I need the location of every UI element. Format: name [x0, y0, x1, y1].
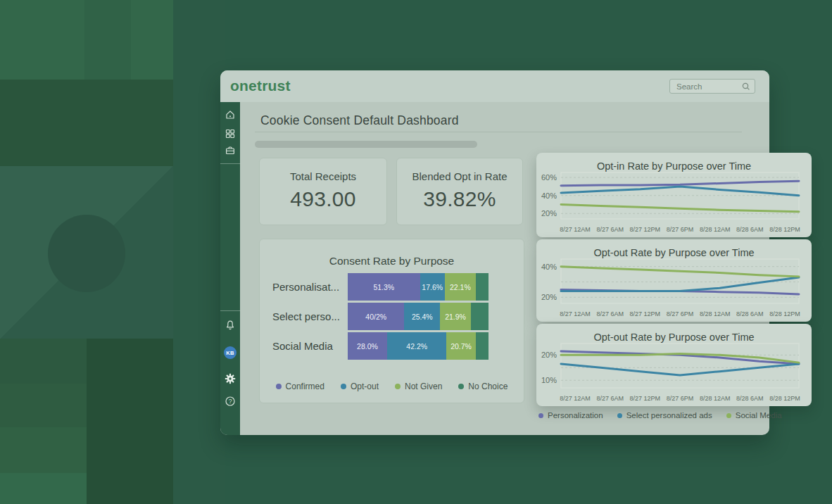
bar-segment: 28.0%: [348, 332, 387, 360]
search-box[interactable]: [669, 79, 755, 94]
avatar[interactable]: KB: [224, 346, 237, 359]
grid-icon[interactable]: [225, 128, 236, 139]
bar-category-label: Personalisat...: [272, 281, 348, 293]
y-tick-label: 60%: [541, 173, 557, 182]
bar-segment-value: 22.1%: [450, 283, 471, 291]
desktop-background: { "window": { "brand": "onetrust", "sear…: [0, 0, 832, 504]
series-line: [561, 277, 799, 291]
bar-segment-value: 25.4%: [412, 313, 433, 321]
x-tick-label: 8/28 6AM: [736, 226, 764, 233]
opt-out-rate-card-1: Opt-out Rate by Purpose over Time 20%40%…: [536, 239, 812, 322]
page-title: Cookie Consent Default Dashboard: [260, 113, 459, 128]
consent-rate-by-purpose-card: Consent Rate by Purpose Personalisat...5…: [259, 239, 524, 403]
gear-icon[interactable]: [225, 373, 236, 384]
chart-title: Opt-out Rate by Purpose over Time: [536, 247, 812, 258]
bar-segment: [476, 273, 489, 301]
x-tick-label: 8/27 12PM: [630, 395, 661, 402]
plot-border: [561, 344, 799, 388]
bar-chart-legend: ConfirmedOpt-outNot GivenNo Choice: [260, 382, 524, 391]
x-tick-label: 8/27 6PM: [667, 395, 694, 402]
legend-dot: [458, 384, 464, 389]
title-divider: [255, 132, 742, 132]
bar-segment: 20.7%: [446, 332, 475, 360]
opt-in-rate-card: Opt-in Rate by Purpose over Time 20%40%6…: [536, 153, 812, 237]
stat-value: 39.82%: [397, 187, 522, 211]
stat-label: Total Receipts: [260, 170, 386, 182]
x-tick-label: 8/27 6PM: [667, 310, 694, 317]
x-tick-label: 8/27 12AM: [560, 310, 591, 317]
x-tick-label: 8/27 12PM: [630, 226, 661, 233]
legend-item: Confirmed: [276, 382, 324, 391]
bar-category-label: Social Media: [272, 340, 348, 352]
bar-segment-value: 42.2%: [406, 342, 427, 351]
sidebar-divider: [220, 310, 240, 311]
legend-label: Personalization: [548, 411, 603, 420]
line-chart: 20%40%8/27 12AM8/27 6AM8/27 12PM8/27 6PM…: [536, 258, 812, 322]
x-tick-label: 8/28 12PM: [769, 226, 800, 233]
bar-segment-value: 17.6%: [422, 283, 443, 291]
bar-segment: [476, 332, 489, 360]
bg-block: [0, 384, 87, 427]
x-tick-label: 8/28 12AM: [700, 310, 731, 317]
chart-title: Opt-out Rate by Purpose over Time: [536, 332, 812, 343]
legend-dot: [276, 384, 282, 389]
bar-segment-value: 20.7%: [450, 342, 472, 351]
bar-row: Personalisat...51.3%17.6%22.1%: [272, 273, 514, 301]
x-tick-label: 8/27 12PM: [630, 310, 661, 317]
legend-item: Select personalized ads: [617, 411, 712, 420]
legend-item: Personalization: [538, 411, 603, 420]
bg-block: [0, 80, 173, 166]
stat-card-blended-opt-in-rate: Blended Opt in Rate 39.82%: [396, 158, 523, 225]
bg-block: [0, 339, 87, 384]
legend-item: No Choice: [458, 382, 508, 391]
legend-label: Opt-out: [351, 382, 379, 391]
stacked-bar-chart: Personalisat...51.3%17.6%22.1%Select per…: [272, 273, 514, 362]
y-tick-label: 20%: [541, 293, 557, 301]
stat-card-total-receipts: Total Receipts 493.00: [259, 158, 387, 225]
briefcase-icon[interactable]: [225, 145, 236, 156]
legend-dot: [538, 413, 543, 418]
y-tick-label: 40%: [541, 263, 557, 271]
x-tick-label: 8/28 6AM: [736, 395, 764, 402]
bar-segment-value: 51.3%: [373, 283, 394, 291]
legend-label: Confirmed: [286, 382, 324, 391]
bg-circle: [48, 215, 125, 292]
legend-dot: [726, 413, 731, 418]
home-icon[interactable]: [225, 109, 236, 120]
bar-segment: 40/2%: [348, 303, 404, 330]
y-tick-label: 20%: [541, 209, 557, 218]
series-line: [561, 364, 799, 375]
bg-block: [0, 473, 87, 504]
bar-segment: 22.1%: [445, 273, 476, 301]
bg-block: [87, 339, 173, 504]
x-tick-label: 8/28 12AM: [700, 395, 731, 402]
bar-segment: 21.9%: [440, 303, 471, 330]
bar-segment-value: 28.0%: [357, 342, 378, 351]
legend-label: Social Media: [736, 411, 782, 420]
chart-title: Consent Rate by Purpose: [260, 255, 524, 267]
legend-dot: [395, 384, 401, 389]
stacked-bar: 28.0%42.2%20.7%: [348, 332, 489, 360]
legend-label: Not Given: [405, 382, 442, 391]
bar-row: Select perso...40/2%25.4%21.9%: [272, 303, 514, 330]
series-line: [561, 205, 799, 212]
x-tick-label: 8/27 12AM: [560, 226, 591, 233]
line-chart: 10%20%8/27 12AM8/27 6AM8/27 12PM8/27 6PM…: [536, 342, 812, 406]
bar-segment: 42.2%: [387, 332, 446, 360]
legend-item: Not Given: [395, 382, 442, 391]
y-tick-label: 40%: [541, 191, 557, 200]
series-line: [561, 267, 799, 277]
legend-item: Opt-out: [341, 382, 379, 391]
bell-icon[interactable]: [225, 320, 236, 331]
help-icon[interactable]: ?: [225, 396, 236, 407]
x-tick-label: 8/27 6PM: [667, 226, 694, 233]
stat-value: 493.00: [260, 187, 386, 211]
x-tick-label: 8/28 12PM: [769, 395, 800, 402]
svg-text:?: ?: [229, 398, 232, 405]
line-charts-legend: PersonalizationSelect personalized adsSo…: [538, 411, 782, 420]
sidebar-divider: [220, 163, 240, 164]
bar-segment-value: 21.9%: [445, 313, 466, 321]
bg-block: [84, 0, 131, 80]
bar-segment: 17.6%: [420, 273, 445, 301]
series-line: [561, 181, 799, 185]
